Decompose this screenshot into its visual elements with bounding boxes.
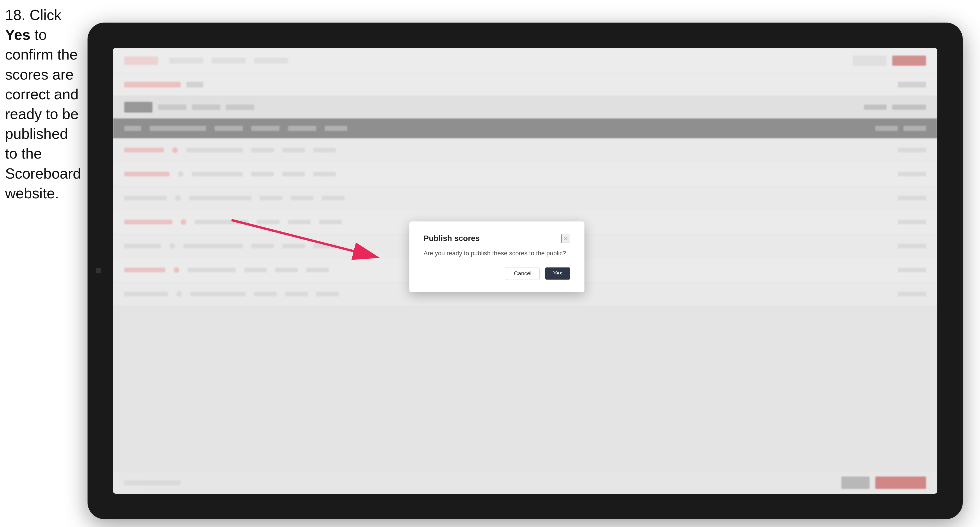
cancel-button[interactable]: Cancel [506, 267, 539, 280]
yes-button[interactable]: Yes [545, 267, 570, 279]
step-number: 18. Click [5, 7, 61, 23]
instruction-body: to confirm the scores are correct and re… [5, 27, 81, 202]
modal-header: Publish scores × [423, 234, 570, 243]
modal-footer: Cancel Yes [423, 267, 570, 280]
modal-title: Publish scores [423, 234, 480, 243]
modal-overlay: Publish scores × Are you ready to publis… [113, 48, 937, 494]
modal-message: Are you ready to publish these scores to… [423, 250, 570, 257]
modal-close-button[interactable]: × [561, 234, 570, 243]
tablet-device: Publish scores × Are you ready to publis… [88, 22, 963, 519]
tablet-screen: Publish scores × Are you ready to publis… [113, 48, 937, 494]
publish-scores-dialog: Publish scores × Are you ready to publis… [409, 221, 584, 292]
tablet-camera [96, 268, 101, 273]
instruction-panel: 18. Click Yes to confirm the scores are … [5, 5, 81, 203]
yes-emphasis: Yes [5, 27, 30, 43]
modal-body: Are you ready to publish these scores to… [423, 250, 570, 257]
